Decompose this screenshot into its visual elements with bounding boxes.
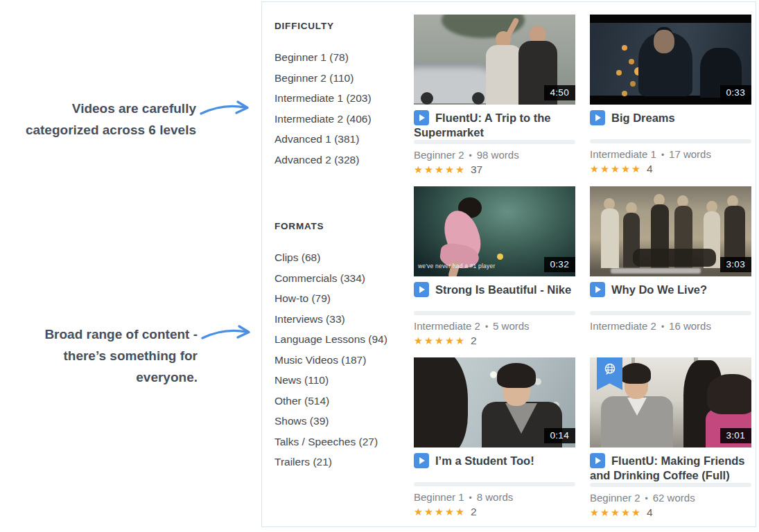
video-title-text: FluentU: A Trip to the Supermarket	[414, 112, 551, 139]
video-thumbnail[interactable]: 0:14	[414, 357, 575, 447]
video-card[interactable]: 3:01 FluentU: Making Friends and Drinkin…	[590, 357, 751, 519]
filter-label: Intermediate 1	[274, 92, 343, 104]
filter-label: Interviews	[274, 313, 323, 325]
duration-badge: 4:50	[544, 85, 575, 100]
filter-count: (381)	[334, 133, 359, 145]
star-icons: ★★★★★	[414, 164, 466, 175]
play-icon[interactable]	[414, 110, 429, 125]
level-label: Beginner 2	[590, 492, 640, 504]
difficulty-header: DIFFICULTY	[274, 21, 410, 31]
thumbnail-art	[486, 45, 522, 105]
video-card[interactable]: we've never had a #1 player 0:32 Strong …	[414, 186, 575, 347]
video-card[interactable]: 3:03 Why Do We Live? Intermediate 2•16 w…	[590, 186, 751, 347]
word-count: 8 words	[477, 491, 514, 503]
difficulty-filter-group: DIFFICULTY Beginner 1 (78) Beginner 2 (1…	[274, 21, 410, 174]
thumbnail-art	[497, 254, 503, 260]
thumbnail-art	[472, 92, 485, 105]
filter-label: Clips	[274, 251, 298, 263]
play-icon[interactable]	[590, 110, 605, 125]
filter-commercials[interactable]: Commercials (334)	[274, 272, 410, 284]
filter-music-videos[interactable]: Music Videos (187)	[274, 354, 410, 366]
rating-count: 37	[471, 163, 482, 175]
video-card[interactable]: 0:14 I’m a Student Too! Beginner 1•8 wor…	[414, 357, 575, 519]
star-icons: ★★★★★	[590, 507, 642, 518]
filter-label: Talks / Speeches	[274, 436, 356, 447]
video-title[interactable]: FluentU: A Trip to the Supermarket	[414, 110, 575, 140]
filter-advanced-2[interactable]: Advanced 2 (328)	[274, 154, 410, 166]
video-meta: Beginner 2•98 words	[414, 149, 575, 162]
filter-how-to[interactable]: How-to (79)	[274, 292, 410, 304]
filter-intermediate-2[interactable]: Intermediate 2 (406)	[274, 113, 410, 125]
video-title-text: Strong Is Beautiful - Nike	[435, 283, 571, 296]
star-icons: ★★★★★	[590, 163, 642, 175]
play-icon[interactable]	[414, 453, 429, 468]
rating-count: 4	[647, 163, 653, 175]
video-meta: Intermediate 2•5 words	[414, 320, 575, 333]
filter-intermediate-1[interactable]: Intermediate 1 (203)	[274, 92, 410, 104]
filter-beginner-2[interactable]: Beginner 2 (110)	[274, 72, 410, 84]
thumbnail-art	[654, 30, 674, 53]
video-thumbnail[interactable]: 4:50	[414, 15, 575, 105]
video-thumbnail[interactable]: 3:03	[590, 186, 751, 276]
filter-label: Advanced 2	[274, 154, 331, 166]
video-card[interactable]: 4:50 FluentU: A Trip to the Supermarket …	[414, 15, 575, 176]
filter-talks-speeches[interactable]: Talks / Speeches (27)	[274, 436, 410, 447]
video-title-text: I’m a Student Too!	[435, 454, 534, 467]
filter-other[interactable]: Other (514)	[274, 395, 410, 407]
filter-label: Language Lessons	[274, 333, 365, 345]
rating	[590, 335, 751, 347]
video-thumbnail[interactable]: 3:01	[590, 357, 751, 447]
video-title[interactable]: FluentU: Making Friends and Drinking Cof…	[590, 453, 751, 483]
thumbnail-art	[707, 374, 751, 414]
thumbnail-art	[490, 371, 497, 378]
play-icon[interactable]	[590, 453, 605, 468]
filter-news[interactable]: News (110)	[274, 374, 410, 386]
fluentu-badge	[597, 357, 622, 390]
video-card[interactable]: 0:33 Big Dreams Intermediate 1•17 words …	[590, 15, 751, 176]
globe-speech-bubble-icon	[602, 362, 618, 377]
filter-label: Commercials	[274, 272, 337, 284]
filter-interviews[interactable]: Interviews (33)	[274, 313, 410, 325]
play-icon[interactable]	[590, 282, 605, 297]
filter-count: (203)	[346, 92, 371, 104]
filter-count: (21)	[313, 456, 332, 468]
star-icons: ★★★★★	[414, 335, 466, 346]
filter-count: (68)	[302, 251, 321, 263]
video-title[interactable]: Strong Is Beautiful - Nike	[414, 282, 575, 311]
arrow-right-icon	[200, 324, 256, 344]
duration-badge: 0:33	[720, 85, 751, 100]
meta-separator: •	[485, 322, 488, 332]
filter-clips[interactable]: Clips (68)	[274, 251, 410, 263]
filter-count: (187)	[341, 354, 366, 366]
rating: ★★★★★37	[414, 163, 575, 176]
duration-badge: 3:01	[720, 428, 751, 443]
rating: ★★★★★2	[414, 506, 575, 518]
video-title[interactable]: I’m a Student Too!	[414, 453, 575, 482]
filter-advanced-1[interactable]: Advanced 1 (381)	[274, 133, 410, 145]
arrow-right-icon	[199, 100, 254, 119]
filter-shows[interactable]: Shows (39)	[274, 415, 410, 427]
annotation-content-line2: there’s something for everyone.	[0, 345, 198, 388]
filter-beginner-1[interactable]: Beginner 1 (78)	[274, 51, 410, 63]
filter-language-lessons[interactable]: Language Lessons (94)	[274, 333, 410, 345]
thumbnail-art	[620, 363, 651, 384]
word-count: 62 words	[653, 492, 695, 504]
video-thumbnail[interactable]: 0:33	[590, 15, 751, 105]
rating-count: 4	[647, 506, 653, 518]
rating-count: 2	[471, 506, 477, 517]
video-meta: Intermediate 1•17 words	[590, 148, 751, 161]
video-title[interactable]: Big Dreams	[590, 110, 751, 139]
filter-count: (94)	[368, 333, 387, 345]
annotation-levels-line2: categorized across 6 levels	[0, 119, 196, 141]
video-grid: 4:50 FluentU: A Trip to the Supermarket …	[414, 15, 752, 519]
filter-trailers[interactable]: Trailers (21)	[274, 456, 410, 468]
filter-count: (110)	[329, 72, 354, 84]
video-title[interactable]: Why Do We Live?	[590, 282, 751, 311]
divider	[590, 483, 751, 487]
video-thumbnail[interactable]: we've never had a #1 player 0:32	[414, 186, 575, 276]
filter-label: Other	[274, 395, 302, 407]
thumbnail-art	[622, 45, 627, 51]
play-icon[interactable]	[414, 282, 429, 297]
duration-badge: 0:14	[544, 428, 575, 443]
video-title-text: Big Dreams	[611, 112, 675, 124]
